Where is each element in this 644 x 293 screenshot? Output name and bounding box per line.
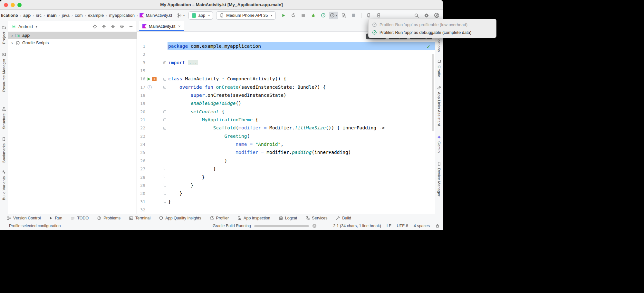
code-line[interactable]: 30 } — [137, 189, 435, 197]
code-line[interactable]: 24 name = "Android", — [137, 140, 435, 148]
stop-button[interactable] — [349, 11, 358, 20]
breadcrumb-item[interactable]: app — [23, 13, 31, 18]
profiler-button[interactable] — [319, 11, 328, 20]
toolwindow-services[interactable]: Services — [301, 214, 332, 222]
toolwindow-app-quality-insights[interactable]: App Quality Insights — [155, 214, 205, 222]
code-line[interactable]: 25 modifier = Modifier.padding(innerPadd… — [137, 148, 435, 157]
code-editor[interactable]: 1package com.example.myapplication23+imp… — [137, 42, 435, 214]
fold-column[interactable]: − — [162, 127, 168, 130]
tool-button-gemini[interactable]: Gemini — [437, 135, 441, 154]
fold-column[interactable]: − — [162, 78, 168, 81]
tool-button-structure[interactable]: Structure — [2, 107, 6, 129]
caret-position[interactable]: 2:1 (34 chars, 1 line break) — [333, 224, 381, 228]
fold-column[interactable]: + — [162, 61, 168, 64]
breadcrumb-item[interactable]: src — [36, 13, 42, 18]
code-line[interactable]: 31} — [137, 198, 435, 206]
breadcrumb-item[interactable]: com — [74, 13, 83, 18]
fold-column[interactable] — [162, 201, 168, 203]
menu-item-profileable[interactable]: Profiler: Run 'app' as profileable (low … — [369, 21, 496, 28]
toolwindow-run[interactable]: Run — [45, 214, 66, 222]
menu-item-debuggable[interactable]: Profiler: Run 'app' as debuggable (compl… — [369, 28, 496, 36]
profiler-run-options-button[interactable]: ▾ — [329, 12, 338, 19]
code-line[interactable]: 22− Scaffold(modifier = Modifier.fillMax… — [137, 124, 435, 132]
run-gutter-icon[interactable] — [148, 77, 150, 81]
chevron-right-icon[interactable]: › — [11, 33, 13, 38]
tool-button-project[interactable]: Project — [2, 25, 6, 44]
toolwindow-build[interactable]: Build — [332, 214, 355, 222]
expand-all-icon[interactable] — [111, 24, 115, 29]
editor-tab-mainactivity[interactable]: MainActivity.kt × — [139, 21, 184, 31]
project-view-selector[interactable]: Android — [18, 24, 33, 29]
code-line[interactable]: 1package com.example.myapplication — [137, 42, 435, 50]
run-button[interactable] — [279, 11, 288, 20]
toolwindow-problems[interactable]: Problems — [93, 214, 125, 222]
code-line[interactable]: 2 — [137, 50, 435, 58]
build-menu-button[interactable] — [299, 11, 308, 20]
minimize-window-button[interactable] — [11, 3, 15, 7]
tree-row-app[interactable]: › app — [8, 32, 137, 39]
lock-icon[interactable] — [435, 224, 440, 228]
breadcrumb-item[interactable]: lication5 — [1, 13, 18, 18]
toolwindow-logcat[interactable]: Logcat — [274, 214, 302, 222]
settings-button[interactable] — [422, 11, 431, 20]
code-line[interactable]: 21− MyApplicationTheme { — [137, 116, 435, 124]
breadcrumb-item[interactable]: example — [88, 13, 104, 18]
toolwindow-terminal[interactable]: Terminal — [125, 214, 155, 222]
inspections-ok-icon[interactable]: ✓ — [426, 44, 430, 50]
fold-column[interactable] — [162, 185, 168, 187]
fold-column[interactable] — [162, 168, 168, 170]
rerun-button[interactable] — [289, 11, 298, 20]
fold-column[interactable]: − — [162, 118, 168, 121]
close-tab-icon[interactable]: × — [178, 24, 181, 29]
code-line[interactable]: 27 } — [137, 165, 435, 173]
chevron-right-icon[interactable]: › — [11, 40, 13, 45]
close-window-button[interactable] — [4, 3, 8, 7]
code-line[interactable]: 29 } — [137, 181, 435, 189]
file-encoding[interactable]: UTF-8 — [397, 224, 408, 228]
run-configuration-selector[interactable]: app ▾ — [188, 11, 213, 20]
running-devices-button[interactable] — [364, 11, 373, 20]
code-line[interactable]: 26 ) — [137, 157, 435, 165]
code-line[interactable]: 17↑− override fun onCreate(savedInstance… — [137, 83, 435, 91]
collapse-all-icon[interactable] — [101, 24, 106, 29]
tool-button-resource-manager[interactable]: Resource Manager — [2, 52, 6, 92]
breadcrumb-item[interactable]: main — [46, 13, 57, 18]
compose-gutter-icon[interactable]: <> — [152, 77, 157, 81]
search-everywhere-button[interactable] — [412, 11, 421, 20]
line-separator[interactable]: LF — [387, 224, 391, 228]
code-line[interactable]: 18 super.onCreate(savedInstanceState) — [137, 91, 435, 99]
breadcrumb-item[interactable]: myapplication — [109, 13, 135, 18]
code-line[interactable]: 16<>−class MainActivity : ComponentActiv… — [137, 75, 435, 83]
tool-button-device-manager[interactable]: Device Manager — [437, 162, 441, 197]
device-mirroring-button[interactable] — [374, 11, 383, 20]
code-line[interactable]: 23 Greeting( — [137, 132, 435, 140]
indent-setting[interactable]: 4 spaces — [414, 224, 430, 228]
fold-column[interactable] — [162, 193, 168, 195]
tree-row-gradle-scripts[interactable]: › Gradle Scripts — [8, 39, 137, 46]
layout-inspector-button[interactable] — [339, 11, 348, 20]
tool-button-app-links-assistant[interactable]: App Links Assistant — [437, 86, 441, 126]
breadcrumb-item-file[interactable]: MainActivity.kt — [145, 13, 172, 18]
panel-options-gear-icon[interactable] — [120, 24, 124, 29]
toolwindow-app-inspection[interactable]: App Inspection — [233, 214, 274, 222]
tool-button-gradle[interactable]: Gradle — [437, 59, 441, 77]
fold-column[interactable] — [162, 176, 168, 178]
toolwindow-version-control[interactable]: Version Control — [3, 214, 45, 222]
code-line[interactable]: 3+import ... — [137, 59, 435, 67]
cancel-build-icon[interactable] — [312, 224, 317, 228]
debug-button[interactable] — [309, 11, 318, 20]
toolwindow-todo[interactable]: TODO — [66, 214, 93, 222]
code-line[interactable]: 32 — [137, 206, 435, 214]
toolwindow-profiler[interactable]: Profiler — [206, 214, 233, 222]
device-selector[interactable]: Medium Phone API 35 ▾ — [216, 11, 275, 20]
locate-file-icon[interactable] — [92, 24, 97, 29]
code-line[interactable]: 19 enableEdgeToEdge() — [137, 99, 435, 107]
editor-scrollbar[interactable] — [432, 54, 434, 131]
fold-column[interactable]: − — [162, 110, 168, 113]
breadcrumb-item[interactable]: java — [62, 13, 70, 18]
overrides-gutter-icon[interactable]: ↑ — [148, 85, 152, 89]
tool-button-bookmarks[interactable]: Bookmarks — [2, 137, 6, 163]
code-line[interactable]: 20− setContent { — [137, 108, 435, 116]
tool-button-build-variants[interactable]: Build Variants — [2, 170, 6, 200]
account-avatar-button[interactable] — [432, 11, 441, 20]
